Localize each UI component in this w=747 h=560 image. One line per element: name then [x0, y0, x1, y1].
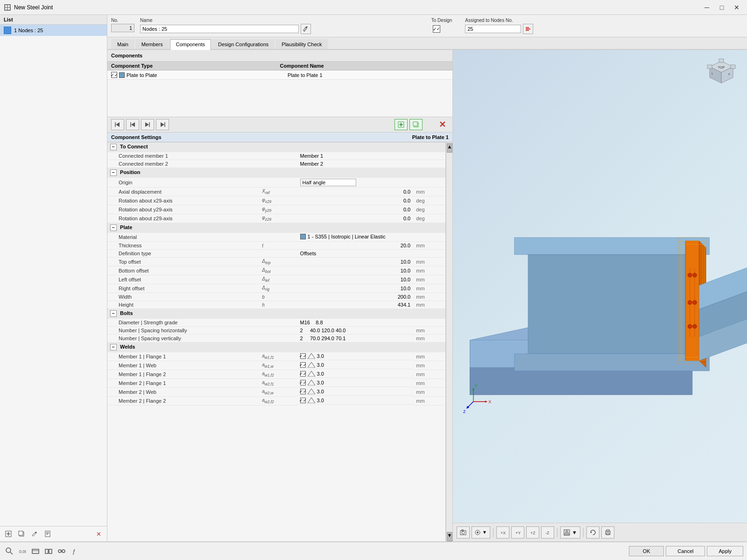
row-material: Material 1 - S355 | Isotropic | Linear E…: [107, 233, 445, 242]
bottom-omega-button[interactable]: ƒ: [69, 546, 80, 557]
edit-button[interactable]: [29, 528, 40, 539]
vp-view-dropdown[interactable]: ▼: [472, 526, 490, 539]
settings-scroll[interactable]: − To Connect Connected member 1 Member 1: [107, 142, 446, 541]
apply-button[interactable]: Apply: [707, 546, 743, 556]
value-origin[interactable]: Half angle: [297, 178, 445, 188]
unit-weld-m2f2: mm: [413, 397, 445, 406]
nav-next-button[interactable]: [141, 119, 154, 130]
titlebar-title: New Steel Joint: [14, 4, 700, 11]
delete-list-button[interactable]: ✕: [93, 528, 104, 539]
close-button[interactable]: ✕: [730, 2, 743, 13]
bottom-bar: 0.00 ƒ OK Cancel Apply: [0, 541, 747, 560]
weld-m1f2-checkbox[interactable]: ✓: [300, 371, 306, 377]
tab-members[interactable]: Members: [135, 39, 169, 49]
vp-screenshot-button[interactable]: [457, 526, 470, 539]
origin-dropdown[interactable]: Half angle: [300, 179, 356, 186]
vp-rotate-button[interactable]: [586, 526, 599, 539]
minimize-button[interactable]: ─: [700, 2, 713, 13]
copy-button[interactable]: [16, 528, 27, 539]
section-toggle-plate[interactable]: −: [110, 224, 117, 231]
material-color-dot: [300, 234, 306, 239]
cancel-button[interactable]: Cancel: [666, 546, 705, 556]
to-design-checkbox[interactable]: ✓: [433, 25, 440, 33]
component-checkbox[interactable]: ✓: [111, 72, 117, 78]
section-toggle-bolts[interactable]: −: [110, 310, 117, 317]
vp-zminus-button[interactable]: -Z: [541, 526, 554, 539]
frame-icon: [32, 547, 39, 555]
delete-component-button[interactable]: ✕: [436, 119, 449, 130]
add-button[interactable]: [3, 528, 14, 539]
assigned-label: Assigned to Nodes No.: [465, 18, 743, 23]
bottom-frame-button[interactable]: [30, 546, 41, 557]
decimal-icon: 0.00: [19, 547, 26, 555]
symbol-bolt-diameter: [259, 319, 297, 327]
row-origin[interactable]: Origin Half angle: [107, 178, 445, 188]
tab-design-configurations[interactable]: Design Configurations: [212, 39, 275, 49]
bottom-table-button[interactable]: [56, 546, 67, 557]
comp-settings-name: Plate to Plate 1: [412, 134, 449, 140]
tab-main[interactable]: Main: [111, 39, 134, 49]
bottom-left-icons: 0.00 ƒ: [4, 546, 80, 557]
scrollbar[interactable]: ▲ ▼: [446, 142, 452, 541]
vp-xplus-button[interactable]: +X: [496, 526, 509, 539]
svg-point-60: [693, 324, 697, 329]
vp-yminus-button[interactable]: +Y: [511, 526, 524, 539]
tabs: Main Members Components Design Configura…: [107, 37, 747, 50]
vp-render-dropdown[interactable]: ▼: [560, 526, 580, 539]
section-toggle-to-connect[interactable]: −: [110, 144, 117, 150]
assigned-input[interactable]: [465, 25, 521, 33]
weld-m2f2-icon: [308, 398, 315, 403]
name-input[interactable]: [140, 25, 299, 33]
unit-axial-displacement: mm: [413, 188, 445, 196]
component-list: ✓ Plate to Plate Plate to Plate 1: [107, 70, 452, 117]
top-form: No. Name To Design ✓ Assigned to: [107, 15, 747, 37]
row-width: Width b 200.0 mm: [107, 293, 445, 301]
bottom-decimal-button[interactable]: 0.00: [17, 546, 28, 557]
svg-rect-7: [19, 531, 23, 535]
to-design-label: To Design: [431, 18, 452, 23]
assigned-action-button[interactable]: [523, 24, 533, 34]
label-connected-member-2: Connected member 2: [107, 160, 259, 168]
weld-m2w-checkbox[interactable]: ✓: [300, 389, 306, 394]
weld-m2f2-checkbox[interactable]: ✓: [300, 398, 306, 403]
doc-button[interactable]: [42, 528, 53, 539]
bottom-search-button[interactable]: [4, 546, 15, 557]
svg-rect-42: [719, 59, 724, 63]
ok-button[interactable]: OK: [629, 546, 664, 556]
left-panel: List 1 Nodes : 25 ✕: [0, 15, 107, 541]
viewport[interactable]: TOP L F: [453, 50, 747, 541]
vp-zplus-button[interactable]: +Z: [526, 526, 539, 539]
nav-cube[interactable]: TOP L F: [705, 57, 738, 90]
label-connected-member-1: Connected member 1: [107, 152, 259, 160]
weld-m1w-checkbox[interactable]: ✓: [300, 362, 306, 368]
row-weld-m1w: Member 1 | Web aw1,w ✓ 3.0 mm: [107, 361, 445, 370]
copy-component-button[interactable]: [409, 119, 423, 130]
svg-marker-28: [308, 353, 315, 359]
bottom-nodes-button[interactable]: [43, 546, 54, 557]
name-edit-button[interactable]: [301, 24, 311, 34]
list-item[interactable]: 1 Nodes : 25: [0, 25, 107, 36]
vp-print-button[interactable]: [601, 526, 614, 539]
no-input[interactable]: [111, 24, 134, 32]
tab-components[interactable]: Components: [170, 39, 211, 50]
value-material[interactable]: 1 - S355 | Isotropic | Linear Elastic: [297, 233, 445, 242]
weld-m2f1-checkbox[interactable]: ✓: [300, 380, 306, 385]
render-dropdown-arrow: ▼: [572, 530, 577, 535]
weld-m1f1-checkbox[interactable]: ✓: [300, 353, 306, 359]
svg-point-99: [58, 550, 61, 553]
nav-prev-button[interactable]: [126, 119, 139, 130]
section-toggle-position[interactable]: −: [110, 169, 117, 176]
section-toggle-welds[interactable]: −: [110, 344, 117, 350]
symbol-rotation-x: φx29: [259, 196, 297, 205]
tab-plausibility-check[interactable]: Plausibility Check: [275, 39, 328, 49]
add-component-button[interactable]: [395, 119, 408, 130]
scroll-down-arrow[interactable]: ▼: [447, 532, 452, 541]
nav-last-button[interactable]: [156, 119, 169, 130]
nav-first-button[interactable]: [111, 119, 124, 130]
weld-m1w-icon: [308, 362, 315, 368]
svg-point-57: [688, 301, 692, 305]
svg-text:Z: Z: [463, 410, 466, 414]
component-row[interactable]: ✓ Plate to Plate Plate to Plate 1: [107, 70, 452, 80]
scroll-up-arrow[interactable]: ▲: [447, 143, 452, 153]
maximize-button[interactable]: □: [715, 2, 728, 13]
